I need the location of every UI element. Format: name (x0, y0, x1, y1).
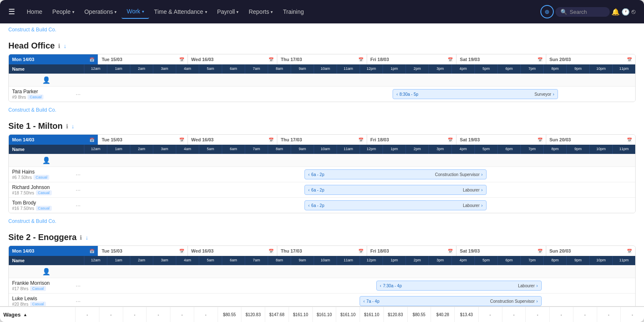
info-icon[interactable]: ℹ (66, 123, 68, 130)
shift-bar[interactable]: ‹ 6a - 2p Labourer › (304, 200, 487, 210)
more-options-icon[interactable]: ··· (76, 202, 81, 209)
day-tab-Mon-14/03[interactable]: Mon 14/03📅 (9, 135, 98, 145)
download-icon[interactable]: ↓ (85, 234, 88, 241)
shift-bar[interactable]: ‹ 6a - 2p Construction Supervisor › (304, 169, 487, 179)
wage-slot-16: $13.43 (454, 307, 478, 322)
day-tab-Thu-17/03[interactable]: Thu 17/03📅 (277, 135, 367, 145)
employee-meta: #18 7.50hrs Casual (12, 190, 52, 195)
time-slot-10pm: 10pm (589, 256, 612, 265)
wage-slot-12: $161.10 (360, 307, 383, 322)
section-header-site2-enoggera: Site 2 - Enoggera ℹ ↓ (0, 227, 644, 245)
day-label: Thu 17/03 (281, 137, 302, 142)
nav-item-time-&-attendance[interactable]: Time & Attendance ▾ (149, 5, 212, 18)
notification-icon[interactable]: 🔔 (611, 8, 620, 16)
more-options-icon[interactable]: ··· (76, 298, 81, 304)
nav-item-home[interactable]: Home (22, 5, 47, 18)
day-label: Sat 19/03 (460, 137, 480, 142)
company-link[interactable]: Construct & Build Co. (0, 23, 644, 36)
time-slot-12am: 12am (84, 145, 107, 154)
wage-slot-17: - (478, 307, 502, 322)
wages-slots: ------$80.55$120.83$147.68$161.10$161.10… (75, 307, 644, 322)
day-tab-Sun-20/03[interactable]: Sun 20/03📅 (546, 135, 635, 145)
info-icon[interactable]: ℹ (80, 234, 82, 241)
nav-item-payroll[interactable]: Payroll ▾ (212, 5, 244, 18)
day-tab-Thu-17/03[interactable]: Thu 17/03📅 (277, 54, 367, 64)
day-tab-Wed-16/03[interactable]: Wed 16/03📅 (188, 135, 277, 145)
day-tab-Wed-16/03[interactable]: Wed 16/03📅 (188, 246, 277, 256)
more-options-icon[interactable]: ··· (76, 187, 81, 193)
time-slot-7am: 7am (245, 64, 268, 74)
more-options-icon[interactable]: ··· (76, 91, 81, 97)
day-tab-Wed-16/03[interactable]: Wed 16/03📅 (188, 54, 277, 64)
wage-slot-15: $40.28 (431, 307, 454, 322)
nav-item-people[interactable]: People ▾ (47, 5, 79, 18)
calendar-icon: 📅 (269, 57, 274, 62)
employee-type: Casual (36, 190, 52, 195)
add-employee-row[interactable]: 👤 (9, 265, 635, 278)
hamburger-icon[interactable]: ☰ (8, 7, 15, 16)
day-tab-Fri-18/03[interactable]: Fri 18/03📅 (367, 246, 456, 256)
day-tab-Tue-15/03[interactable]: Tue 15/03📅 (98, 54, 188, 64)
more-options-icon[interactable]: ··· (76, 171, 81, 178)
calendar-icon: 📅 (89, 249, 94, 253)
time-slot-11pm: 11pm (612, 256, 635, 265)
calendar-icon: 📅 (89, 138, 94, 142)
time-slot-8am: 8am (268, 64, 291, 74)
time-slot-5pm: 5pm (474, 145, 497, 154)
globe-icon[interactable]: ⊕ (540, 5, 554, 18)
company-link[interactable]: Construct & Build Co. (0, 104, 644, 116)
time-slot-10am: 10am (314, 145, 337, 154)
employee-info: Richard Johnson #18 7.50hrs Casual (12, 184, 52, 195)
day-tab-Sat-19/03[interactable]: Sat 19/03📅 (456, 54, 546, 64)
add-employee-row[interactable]: 👤 (9, 154, 635, 166)
nav-item-training[interactable]: Training (278, 5, 309, 18)
day-tab-Tue-15/03[interactable]: Tue 15/03📅 (98, 246, 188, 256)
clock-icon[interactable]: 🕐 (621, 8, 630, 16)
day-tab-Sun-20/03[interactable]: Sun 20/03📅 (546, 246, 635, 256)
day-tab-Tue-15/03[interactable]: Tue 15/03📅 (98, 135, 188, 145)
wage-slot-5: - (194, 307, 218, 322)
day-tab-Mon-14/03[interactable]: Mon 14/03📅 (9, 54, 98, 64)
day-tab-Mon-14/03[interactable]: Mon 14/03📅 (9, 246, 98, 256)
day-label: Sun 20/03 (550, 137, 571, 142)
day-tab-Sat-19/03[interactable]: Sat 19/03📅 (456, 135, 546, 145)
table-row: Tara Parker #9 8hrs Casual ··· ‹ 8:30a -… (9, 86, 635, 102)
time-slot-3pm: 3pm (428, 64, 451, 74)
wages-chevron-icon[interactable]: ▲ (23, 312, 27, 317)
download-icon[interactable]: ↓ (71, 123, 74, 130)
shift-expand-right: › (553, 92, 554, 97)
shift-bar[interactable]: ‹ 6a - 2p Labourer › (304, 185, 487, 195)
shift-expand-right: › (536, 284, 538, 288)
employee-name: Richard Johnson (12, 184, 52, 190)
day-tab-Sun-20/03[interactable]: Sun 20/03📅 (546, 54, 635, 64)
shift-bar[interactable]: ‹ 8:30a - 5p Surveyor › (393, 89, 558, 99)
day-tab-Thu-17/03[interactable]: Thu 17/03📅 (277, 246, 367, 256)
nav-item-operations[interactable]: Operations ▾ (79, 5, 122, 18)
shift-expand-right: › (481, 188, 482, 192)
company-link[interactable]: Construct & Build Co. (0, 215, 644, 227)
day-tab-Sat-19/03[interactable]: Sat 19/03📅 (456, 246, 546, 256)
time-slot-2am: 2am (130, 256, 153, 265)
logout-icon[interactable]: ⎋ (631, 8, 636, 15)
download-icon[interactable]: ↓ (63, 43, 66, 49)
employee-meta: #16 7.50hrs Casual (12, 206, 52, 211)
employee-info: Frankie Morrison #17 8hrs Casual (12, 280, 50, 291)
info-icon[interactable]: ℹ (58, 43, 60, 49)
wage-slot-20: - (549, 307, 573, 322)
nav-item-work[interactable]: Work ▾ (122, 5, 149, 19)
shift-bar[interactable]: ‹ 7:30a - 4p Labourer › (376, 281, 542, 291)
add-person-icon: 👤 (9, 268, 84, 276)
shift-time: 8:30a - 5p (400, 92, 418, 97)
wage-slot-6: $80.55 (218, 307, 241, 322)
day-tab-Fri-18/03[interactable]: Fri 18/03📅 (367, 135, 456, 145)
search-bar[interactable]: 🔍 Search (555, 7, 610, 17)
time-slot-8pm: 8pm (543, 145, 566, 154)
wage-slot-10: $161.10 (312, 307, 336, 322)
nav-item-reports[interactable]: Reports ▾ (243, 5, 278, 18)
wage-slot-22: - (597, 307, 621, 322)
more-options-icon[interactable]: ··· (76, 282, 81, 289)
shift-bar[interactable]: ‹ 7a - 4p Construction Supervisor › (360, 296, 542, 306)
add-employee-row[interactable]: 👤 (9, 74, 635, 86)
time-slot-6am: 6am (222, 256, 245, 265)
day-tab-Fri-18/03[interactable]: Fri 18/03📅 (367, 54, 456, 64)
